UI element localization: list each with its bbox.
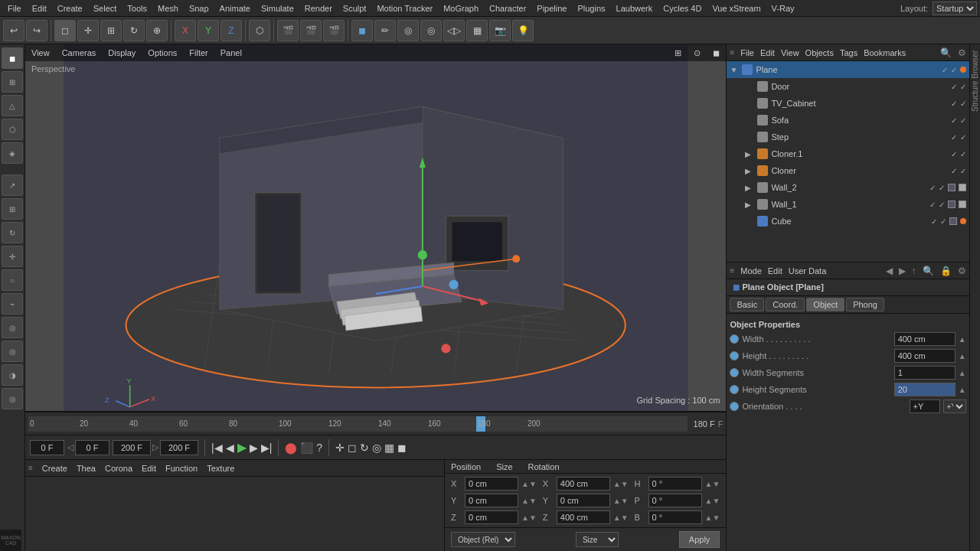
size-x-stepper[interactable]: ▲▼ [613, 480, 629, 488]
attr-tab-coord[interactable]: Coord. [766, 298, 805, 311]
rot-b-stepper[interactable]: ▲▼ [705, 514, 720, 522]
attr-radio-height-seg[interactable] [730, 385, 739, 394]
menu-pipeline[interactable]: Pipeline [532, 2, 571, 15]
attr-orientation-select[interactable]: +Y [943, 399, 966, 413]
render-icon-cube[interactable]: ✓ [940, 217, 946, 226]
max-frame-input[interactable] [160, 440, 198, 455]
menu-render[interactable]: Render [300, 2, 337, 15]
size-z-stepper[interactable]: ▲▼ [613, 514, 629, 522]
z-axis-btn[interactable]: Z [220, 20, 242, 41]
attr-radio-width[interactable] [730, 334, 739, 344]
size-x-input[interactable] [557, 477, 610, 491]
obj-item-wall1[interactable]: ▶ Wall_1 ✓ ✓ [727, 196, 969, 213]
auto-key-btn[interactable]: ⬛ [300, 442, 313, 454]
vp-display-btn[interactable]: Display [105, 48, 139, 57]
menu-vray[interactable]: V-Ray [767, 2, 799, 15]
obj-settings-icon[interactable]: ⚙ [958, 47, 966, 58]
render-icon-cloner1[interactable]: ✓ [960, 150, 966, 158]
tool-magnet[interactable]: ◎ [2, 341, 23, 362]
x-axis-btn[interactable]: X [175, 20, 196, 41]
mode-uv[interactable]: ◈ [2, 142, 23, 164]
attr-width-seg-input[interactable] [894, 366, 956, 380]
mode-texture[interactable]: ⊞ [2, 71, 23, 93]
snap-btn[interactable]: ◎ [420, 20, 442, 41]
tl-playhead[interactable]: 180 [476, 416, 485, 432]
render-icon-wall2[interactable]: ✓ [939, 184, 945, 192]
render-icon-sofa[interactable]: ✓ [960, 116, 966, 125]
scale-btn[interactable]: ⊞ [100, 20, 122, 41]
attr-tab-basic[interactable]: Basic [730, 298, 764, 311]
move-btn[interactable]: ✛ [77, 20, 99, 41]
menu-select[interactable]: Select [89, 2, 122, 15]
menu-simulate[interactable]: Simulate [256, 2, 299, 15]
tool-loop[interactable]: ◎ [2, 317, 23, 338]
attr-width-input[interactable] [894, 332, 956, 346]
tool-arrow[interactable]: ↗ [2, 174, 23, 196]
coord-btn[interactable]: ⬡ [249, 20, 270, 41]
light-btn[interactable]: 💡 [512, 20, 534, 41]
menu-character[interactable]: Character [485, 2, 531, 15]
range-end-input[interactable] [113, 440, 151, 455]
pos-x-stepper[interactable]: ▲▼ [521, 480, 537, 488]
attr-mode-btn[interactable]: Mode [740, 266, 762, 276]
menu-mesh[interactable]: Mesh [153, 2, 183, 15]
goto-end-btn[interactable]: ▶| [261, 442, 273, 454]
pos-y-stepper[interactable]: ▲▼ [521, 497, 537, 505]
obj-item-plane[interactable]: ▼ Plane ✓ ✓ [727, 61, 969, 78]
attr-radio-orientation[interactable] [730, 402, 739, 411]
y-axis-btn[interactable]: Y [198, 20, 219, 41]
redo-btn[interactable]: ↪ [26, 20, 47, 41]
obj-item-step[interactable]: Step ✓ ✓ [727, 129, 969, 145]
attr-height-input[interactable] [894, 349, 956, 363]
undo-btn[interactable]: ↩ [3, 20, 24, 41]
vis-icon-door[interactable]: ✓ [951, 83, 957, 91]
render-icon-wall1[interactable]: ✓ [939, 201, 945, 209]
rot-b-input[interactable] [648, 510, 702, 524]
pos-y-input[interactable] [465, 494, 518, 507]
grid-btn[interactable]: ▦ [466, 20, 488, 41]
mode-edge[interactable]: △ [2, 95, 23, 116]
current-frame-input[interactable] [30, 440, 64, 455]
vp-layout-btn[interactable]: ⊞ [671, 48, 684, 58]
vis-icon-plane[interactable]: ✓ [942, 66, 948, 74]
vis-icon-cloner[interactable]: ✓ [951, 167, 957, 175]
attr-arrow-up[interactable]: ↑ [912, 266, 916, 276]
apply-button[interactable]: Apply [679, 531, 720, 548]
play-btn[interactable]: ▶ [237, 440, 247, 455]
size-y-stepper[interactable]: ▲▼ [613, 497, 629, 505]
menu-laubwerk[interactable]: Laubwerk [612, 2, 658, 15]
attr-tab-phong[interactable]: Phong [846, 298, 884, 311]
vp-options-btn[interactable]: Options [145, 48, 180, 57]
vis-icon-sofa[interactable]: ✓ [951, 116, 957, 125]
camera-btn[interactable]: 📷 [489, 20, 511, 41]
obj-item-cloner[interactable]: ▶ Cloner ✓ ✓ [727, 162, 969, 179]
attr-lock-icon[interactable]: 🔒 [940, 266, 952, 276]
next-frame-btn[interactable]: ▶ [250, 442, 258, 454]
mirror-btn[interactable]: ◁▷ [443, 20, 465, 41]
mat-thea-btn[interactable]: Thea [77, 464, 96, 473]
attr-height-seg-stepper[interactable]: ▲ [959, 386, 966, 394]
tool-sculpt[interactable]: ◑ [2, 364, 23, 386]
attr-search-icon[interactable]: 🔍 [923, 266, 934, 276]
pos-z-stepper[interactable]: ▲▼ [521, 514, 537, 522]
timeline-bar[interactable]: 0 20 40 60 80 100 120 140 160 180 200 [28, 416, 688, 432]
obj-item-cloner1[interactable]: ▶ Cloner.1 ✓ ✓ [727, 145, 969, 162]
render-icon-door[interactable]: ✓ [960, 83, 966, 91]
vp-render-icon[interactable]: ◼ [710, 48, 723, 58]
scene-viewport[interactable]: X Y Z [25, 44, 726, 411]
attr-width-stepper[interactable]: ▲ [959, 335, 966, 344]
record-btn[interactable]: ⬤ [285, 442, 297, 454]
obj-bookmarks-btn[interactable]: Bookmarks [864, 48, 906, 57]
attr-settings-icon[interactable]: ⚙ [958, 266, 966, 276]
obj-item-sofa[interactable]: Sofa ✓ ✓ [727, 112, 969, 129]
vis-icon-wall1[interactable]: ✓ [929, 201, 936, 209]
magnet-btn[interactable]: ◎ [397, 20, 419, 41]
pos-x-input[interactable] [465, 477, 518, 491]
obj-objects-btn[interactable]: Objects [805, 48, 834, 57]
rotate-tool-btn[interactable]: ↻ [360, 442, 369, 454]
mat-create-btn[interactable]: Create [42, 464, 67, 473]
vis-icon-cube[interactable]: ✓ [931, 217, 937, 226]
rotate-btn[interactable]: ↻ [123, 20, 145, 41]
menu-file[interactable]: File [3, 2, 26, 15]
obj-item-door[interactable]: Door ✓ ✓ [727, 78, 969, 95]
